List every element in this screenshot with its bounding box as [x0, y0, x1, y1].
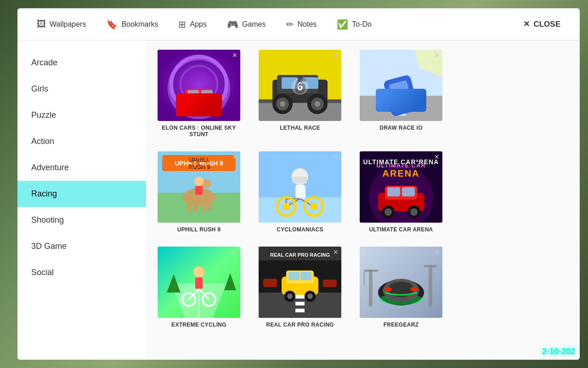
svg-point-22	[280, 101, 285, 107]
game-title-uphill-rush: UPHILL RUSH 9	[177, 226, 220, 233]
game-title-lethal-race: LETHAL RACE	[280, 125, 320, 131]
svg-rect-101	[369, 270, 373, 306]
game-card-real-car-pro[interactable]: ✕ REAL CAR PRO RACING	[259, 247, 341, 328]
remove-game-icon[interactable]: ✕	[434, 52, 440, 59]
game-thumbnail-real-car-pro: ✕ REAL CAR PRO RACING	[259, 247, 341, 318]
sidebar-item-arcade[interactable]: Arcade	[17, 50, 146, 76]
game-card-freegearz[interactable]: ✕	[360, 247, 442, 328]
game-title-real-car-pro: REAL CAR PRO RACING	[266, 322, 334, 328]
nav-notes-label: Notes	[298, 20, 317, 29]
svg-point-10	[207, 106, 211, 110]
games-icon: 🎮	[227, 19, 238, 30]
game-card-elon-cars[interactable]: ✕	[158, 50, 240, 138]
game-thumbnail-uphill-rush: ✕ UPHILL RUSH 9	[158, 151, 240, 223]
svg-rect-36	[162, 155, 236, 171]
game-title-extreme-cycling: EXTREME CYCLING	[171, 322, 226, 328]
games-grid: ✕	[158, 50, 568, 328]
remove-game-icon[interactable]: ✕	[333, 248, 339, 256]
remove-game-icon[interactable]: ✕	[232, 248, 237, 256]
svg-point-71	[410, 208, 418, 216]
sidebar-item-girls[interactable]: Girls	[17, 76, 146, 102]
game-card-cyclomaniacs[interactable]: ✕	[259, 151, 341, 233]
nav-wallpapers[interactable]: 🖼 Wallpapers	[27, 8, 96, 40]
game-thumbnail-cyclomaniacs: ✕	[259, 151, 341, 223]
game-card-draw-race[interactable]: ✕	[360, 50, 442, 138]
svg-rect-4	[185, 89, 213, 98]
game-title-cyclomaniacs: CYCLOMANIACS	[277, 226, 323, 233]
svg-rect-46	[208, 201, 212, 210]
svg-rect-48	[259, 197, 341, 223]
game-card-extreme-cycling[interactable]: ✕	[158, 247, 240, 328]
notes-icon: ✏	[286, 19, 294, 30]
svg-rect-29	[396, 105, 406, 109]
game-thumbnail-lethal-race: ✕ 6	[259, 50, 341, 121]
nav-games-label: Games	[242, 20, 266, 29]
svg-rect-99	[323, 280, 337, 287]
svg-rect-87	[295, 295, 305, 299]
game-title-freegearz: FREEGEARZ	[384, 322, 419, 328]
svg-point-7	[185, 104, 193, 112]
apps-icon: ⊞	[178, 19, 186, 30]
game-card-ultimate-arena[interactable]: ✕ ULTIMATE CAR ARENA	[360, 151, 442, 233]
svg-rect-51	[295, 185, 305, 199]
remove-game-icon[interactable]: ✕	[333, 153, 339, 161]
svg-point-1	[171, 57, 226, 112]
close-button[interactable]: ✕ CLOSE	[513, 8, 571, 40]
clock: 2-10-202	[542, 347, 575, 356]
game-title-ultimate-arena: ULTIMATE CAR ARENA	[369, 226, 433, 233]
sidebar-item-racing[interactable]: Racing	[17, 181, 146, 207]
svg-rect-103	[363, 272, 365, 286]
svg-point-69	[384, 208, 392, 216]
svg-rect-6	[201, 90, 213, 96]
sidebar-item-action[interactable]: Action	[17, 128, 146, 155]
svg-rect-42	[195, 186, 203, 195]
remove-game-icon[interactable]: ✕	[232, 52, 237, 59]
game-thumbnail-ultimate-arena: ✕ ULTIMATE CAR ARENA	[360, 151, 442, 223]
remove-game-icon[interactable]: ✕	[232, 153, 237, 161]
svg-point-18	[292, 78, 308, 95]
game-thumbnail-extreme-cycling: ✕	[158, 247, 240, 318]
remove-game-icon[interactable]: ✕	[434, 248, 440, 256]
svg-rect-66	[387, 187, 400, 196]
nav-wallpapers-label: Wallpapers	[50, 20, 86, 29]
game-thumbnail-draw-race: ✕	[360, 50, 442, 121]
sidebar-item-shooting[interactable]: Shooting	[17, 207, 146, 233]
svg-rect-16	[282, 77, 298, 89]
svg-rect-27	[360, 96, 442, 121]
sidebar-item-adventure[interactable]: Adventure	[17, 155, 146, 181]
game-thumbnail-elon-cars: ✕	[158, 50, 240, 121]
svg-rect-45	[203, 203, 206, 212]
svg-rect-98	[263, 279, 277, 287]
sidebar-item-social[interactable]: Social	[17, 259, 146, 286]
header-nav: 🖼 Wallpapers 🔖 Bookmarks ⊞ Apps 🎮 Games …	[17, 8, 580, 40]
svg-point-9	[187, 106, 191, 110]
svg-text:6: 6	[297, 80, 303, 92]
nav-notes[interactable]: ✏ Notes	[276, 8, 327, 40]
svg-rect-105	[424, 265, 437, 267]
svg-rect-43	[187, 203, 191, 212]
game-thumbnail-freegearz: ✕	[360, 247, 442, 318]
main-panel: 🖼 Wallpapers 🔖 Bookmarks ⊞ Apps 🎮 Games …	[17, 8, 580, 360]
sidebar-item-3dgame[interactable]: 3D Game	[17, 233, 146, 259]
svg-rect-92	[288, 272, 300, 280]
game-card-lethal-race[interactable]: ✕ 6	[259, 50, 341, 138]
svg-point-8	[205, 104, 213, 112]
svg-rect-67	[402, 187, 415, 196]
nav-games[interactable]: 🎮 Games	[217, 8, 276, 40]
svg-rect-28	[396, 98, 406, 102]
svg-text:UPHILL RUSH 9: UPHILL RUSH 9	[175, 160, 223, 167]
bookmarks-icon: 🔖	[106, 19, 118, 30]
nav-bookmarks[interactable]: 🔖 Bookmarks	[96, 8, 168, 40]
remove-game-icon[interactable]: ✕	[333, 52, 339, 59]
svg-point-41	[194, 177, 204, 186]
svg-text:ULTIMATE CAR: ULTIMATE CAR	[376, 162, 426, 169]
svg-point-75	[193, 266, 204, 277]
remove-game-icon[interactable]: ✕	[434, 153, 440, 161]
svg-rect-0	[158, 50, 240, 121]
nav-apps[interactable]: ⊞ Apps	[168, 8, 216, 40]
nav-todo[interactable]: ✅ To-Do	[327, 8, 382, 40]
sidebar-item-puzzle[interactable]: Puzzle	[17, 102, 146, 128]
game-card-uphill-rush[interactable]: ✕ UPHILL RUSH 9	[158, 151, 240, 233]
svg-rect-89	[295, 309, 305, 312]
svg-rect-12	[259, 100, 341, 121]
